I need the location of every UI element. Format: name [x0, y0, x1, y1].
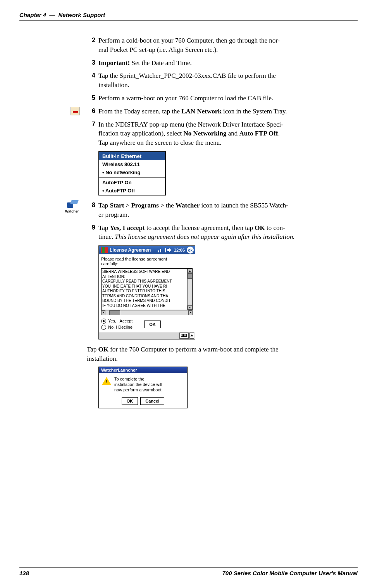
step-4: 4 Tap the Sprint_Watcher_PPC_2002-03xxx.… — [87, 71, 358, 90]
license-intro-line1: Please read the license agreement — [101, 257, 193, 261]
license-intro-line2: carefully: — [101, 261, 193, 266]
sip-bar — [99, 332, 195, 339]
radio-yes-label: Yes, I Accept — [108, 318, 133, 324]
dialog-message: To complete the installation the device … — [114, 376, 163, 393]
scroll-right-button[interactable]: ▸ — [188, 310, 193, 315]
chapter-title: Network Support — [59, 12, 105, 18]
step-5: 5 Perform a warm-boot on your 760 Comput… — [87, 94, 358, 103]
step-number: 9 — [87, 223, 95, 242]
watcherlauncher-dialog: WatcherLauncher To complete the installa… — [98, 367, 188, 409]
ok-button[interactable]: OK — [122, 397, 138, 405]
warmboot-paragraph: Tap OK for the 760 Computer to perform a… — [87, 345, 358, 363]
scroll-down-button[interactable]: ▾ — [188, 305, 192, 310]
auto-ftp-off-label: Auto FTP Off — [239, 130, 278, 137]
step-body: In the NDISTRAY pop-up menu (the Network… — [98, 120, 358, 147]
step-body: Important! Set the Date and Time. — [98, 58, 358, 68]
sip-up-icon[interactable] — [189, 333, 194, 339]
scroll-thumb[interactable] — [188, 273, 192, 279]
step-number: 4 — [87, 71, 95, 90]
step-number: 6 — [87, 107, 95, 116]
clock-time: 12:06 — [174, 248, 185, 252]
important-label: Important! — [98, 59, 130, 67]
ok-button[interactable]: OK — [144, 321, 161, 328]
step-8: 8 Tap Start > Programs > the Watcher ico… — [87, 201, 358, 219]
scroll-left-button[interactable]: ◂ — [101, 310, 105, 315]
step-number: 5 — [87, 94, 95, 103]
scroll-up-button[interactable]: ▴ — [188, 269, 192, 273]
license-note-italic: This license agreement does not appear a… — [115, 233, 295, 240]
radio-yes-accept[interactable]: Yes, I Accept — [101, 318, 133, 324]
dialog-title: WatcherLauncher — [99, 367, 187, 373]
step-number: 8 — [87, 201, 95, 219]
no-networking-label: No Networking — [184, 130, 227, 137]
step-body: Tap Yes, I accept to accept the license … — [98, 223, 358, 242]
step-9: 9 Tap Yes, I accept to accept the licens… — [87, 223, 358, 242]
radio-no-decline[interactable]: No, I Decline — [101, 324, 133, 330]
page-number: 138 — [19, 570, 29, 576]
radio-no-label: No, I Decline — [108, 324, 133, 330]
menu-item-autoftp-off[interactable]: AutoFTP Off — [99, 187, 165, 195]
window-title: License Agreemen — [110, 247, 151, 253]
step-7: 7 In the NDISTRAY pop-up menu (the Netwo… — [87, 120, 358, 147]
signal-icon — [165, 248, 166, 252]
lan-network-label: LAN Network — [181, 108, 221, 115]
speaker-icon[interactable] — [167, 248, 172, 252]
window-titlebar: License Agreemen 12:06 ok — [99, 246, 195, 254]
ndistray-menu: Built-in Ethernet Wireless 802.11 No net… — [98, 151, 166, 195]
chapter-number: Chapter 4 — [19, 12, 46, 18]
menu-item-autoftp-on[interactable]: AutoFTP On — [99, 178, 165, 187]
step-number: 7 — [87, 120, 95, 147]
license-agreement-window: License Agreemen 12:06 ok Please read th… — [98, 245, 195, 339]
step-body: Tap Start > Programs > the Watcher icon … — [98, 201, 358, 219]
page-footer: 138 700 Series Color Mobile Computer Use… — [19, 567, 358, 576]
watcher-program-icon: Watcher — [65, 201, 77, 213]
step-number: 3 — [87, 58, 95, 68]
step-body: From the Today screen, tap the LAN Netwo… — [98, 107, 358, 116]
step-2: 2 Perform a cold-boot on your 760 Comput… — [87, 36, 358, 55]
menu-item-no-networking[interactable]: No networking — [99, 168, 165, 177]
header-separator: — — [49, 12, 55, 18]
signal-icon — [158, 248, 164, 252]
cancel-button[interactable]: Cancel — [140, 397, 164, 405]
step-number: 2 — [87, 36, 95, 55]
page-header: Chapter 4 — Network Support — [19, 12, 358, 21]
license-text[interactable]: SIERRA WIRELESS SOFTWARE END- ATTENTION:… — [102, 269, 187, 310]
step-6: 6 From the Today screen, tap the LAN Net… — [87, 107, 358, 116]
step-3: 3 Important! Set the Date and Time. — [87, 58, 358, 68]
scroll-thumb[interactable] — [109, 310, 120, 315]
start-flag-icon[interactable] — [101, 247, 108, 253]
watcher-icon-label: Watcher — [65, 209, 78, 213]
keyboard-icon[interactable] — [179, 333, 189, 339]
lan-network-icon — [71, 107, 82, 115]
step-body: Perform a warm-boot on your 760 Computer… — [98, 94, 358, 103]
license-text-box: SIERRA WIRELESS SOFTWARE END- ATTENTION:… — [101, 268, 193, 310]
step-body: Perform a cold-boot on your 760 Computer… — [98, 36, 358, 55]
menu-item-wireless[interactable]: Wireless 802.11 — [99, 160, 165, 168]
vertical-scrollbar[interactable]: ▴ ▾ — [187, 269, 192, 310]
ok-close-button[interactable]: ok — [187, 247, 194, 254]
horizontal-scrollbar[interactable]: ◂ ▸ — [101, 310, 193, 315]
manual-title: 700 Series Color Mobile Computer User's … — [222, 570, 358, 576]
menu-separator — [99, 177, 165, 178]
step-body: Tap the Sprint_Watcher_PPC_2002-03xxx.CA… — [98, 71, 358, 90]
warning-icon — [102, 377, 111, 385]
menu-title: Built-in Ethernet — [99, 152, 165, 160]
